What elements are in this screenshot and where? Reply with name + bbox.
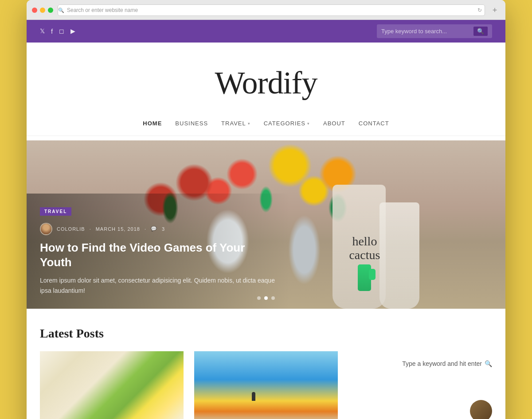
site-header: Wordify (27, 43, 505, 115)
separator: · (90, 226, 91, 232)
top-search-input[interactable] (381, 28, 470, 35)
posts-grid: Type a keyword and hit enter 🔍 (40, 351, 492, 419)
main-nav: HOME BUSINESS TRAVEL ▾ CATEGORIES ▾ ABOU… (27, 115, 505, 136)
minimize-button[interactable] (40, 8, 45, 13)
twitter-icon[interactable]: 𝕏 (40, 27, 45, 35)
travel-chevron-icon: ▾ (248, 121, 250, 126)
nav-item-categories[interactable]: CATEGORIES ▾ (264, 120, 310, 127)
hero-slider: hellocactus TRAVEL COLORLIB · MARCH 15, … (27, 140, 505, 309)
post-card-2[interactable] (194, 351, 338, 419)
post-thumbnail-1 (40, 351, 184, 419)
maximize-button[interactable] (48, 8, 53, 13)
nav-item-home[interactable]: HOME (143, 120, 162, 127)
website-content: 𝕏 f ◻ ▶ 🔍 Wordify HOME BUSINESS TRAVEL ▾ (27, 20, 505, 419)
author-row: COLORLIB · MARCH 15, 2018 · 💬 3 (40, 223, 277, 235)
post-card-1[interactable] (40, 351, 184, 419)
author-avatar (40, 223, 52, 235)
top-bar: 𝕏 f ◻ ▶ 🔍 (27, 20, 505, 43)
nav-item-travel[interactable]: TRAVEL ▾ (221, 120, 250, 127)
facebook-icon[interactable]: f (51, 27, 53, 35)
avatar-image (41, 224, 51, 234)
youtube-icon[interactable]: ▶ (70, 27, 75, 35)
nav-item-contact[interactable]: CONTACT (359, 120, 389, 127)
slider-dot-2[interactable] (264, 296, 268, 300)
surfer-silhouette (252, 392, 255, 401)
hero-content-overlay: TRAVEL COLORLIB · MARCH 15, 2018 · 💬 3 H… (27, 194, 290, 309)
post-thumbnail-2 (194, 351, 338, 419)
sidebar-search[interactable]: Type a keyword and hit enter 🔍 (348, 351, 492, 367)
cactus-text-area: hellocactus (329, 235, 400, 291)
nav-item-business[interactable]: BUSINESS (175, 120, 208, 127)
latest-posts-title: Latest Posts (40, 326, 492, 341)
sidebar-widget: Type a keyword and hit enter 🔍 (348, 351, 492, 419)
new-tab-button[interactable]: + (489, 5, 500, 16)
nav-item-about[interactable]: ABOUT (323, 120, 345, 127)
separator-2: · (145, 226, 146, 232)
slider-dots (257, 296, 275, 300)
site-title: Wordify (35, 65, 497, 101)
address-bar[interactable]: 🔍 Search or enter website name ↻ (58, 4, 485, 16)
slider-dot-1[interactable] (257, 296, 261, 300)
comment-icon: 💬 (151, 226, 157, 232)
slider-dot-3[interactable] (271, 296, 275, 300)
hero-post-excerpt: Lorem ipsum dolor sit amet, consectetur … (40, 275, 277, 295)
search-icon: 🔍 (58, 8, 64, 13)
latest-posts-section: Latest Posts Type a keyword and hit e (27, 309, 505, 419)
sidebar-avatar (470, 400, 492, 419)
sidebar-search-text: Type a keyword and hit enter (402, 360, 482, 367)
categories-chevron-icon: ▾ (307, 121, 310, 126)
browser-window: 🔍 Search or enter website name ↻ + 𝕏 f ◻… (27, 0, 505, 419)
hero-post-title[interactable]: How to Find the Video Games of Your Yout… (40, 241, 277, 271)
address-bar-text: Search or enter website name (67, 7, 138, 13)
top-search-bar[interactable]: 🔍 (377, 24, 492, 38)
travel-badge: TRAVEL (40, 207, 71, 216)
instagram-icon[interactable]: ◻ (59, 27, 64, 35)
social-icons: 𝕏 f ◻ ▶ (40, 27, 75, 35)
author-name: COLORLIB (57, 226, 85, 232)
sidebar-search-icon[interactable]: 🔍 (485, 360, 492, 367)
top-search-button[interactable]: 🔍 (473, 27, 488, 36)
post-date: MARCH 15, 2018 (96, 226, 140, 232)
reload-icon[interactable]: ↻ (477, 7, 485, 13)
traffic-lights (32, 8, 53, 13)
close-button[interactable] (32, 8, 37, 13)
browser-chrome: 🔍 Search or enter website name ↻ + (27, 0, 505, 20)
comment-count: 3 (162, 226, 165, 232)
